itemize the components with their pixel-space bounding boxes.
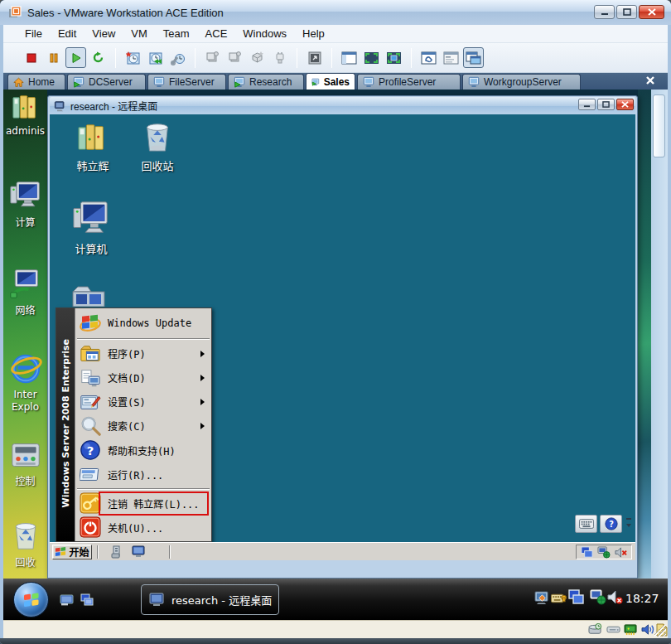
vm-tool-button-1[interactable]: [202, 47, 223, 68]
partial-folder-icon[interactable]: [70, 285, 108, 307]
switch-windows-icon[interactable]: [80, 593, 94, 607]
vm-tool-button-4[interactable]: [269, 47, 290, 68]
snapshot-manager-button[interactable]: [167, 47, 188, 68]
start-orb[interactable]: [13, 582, 49, 617]
menu-edit[interactable]: Edit: [58, 27, 76, 40]
guest-icon-user-folder[interactable]: 韩立辉: [61, 121, 124, 173]
tab-close-icon[interactable]: [644, 75, 656, 86]
keyboard-button[interactable]: [575, 515, 597, 533]
window-bottom-frame: [0, 638, 671, 644]
start-menu-separator: [77, 488, 210, 490]
tab-dcserver[interactable]: DCServer: [67, 74, 146, 90]
remote-desktop-icon: [54, 100, 66, 112]
window-titlebar[interactable]: Sales - VMware Workstation ACE Edition: [0, 0, 671, 25]
tab-workgroupserver[interactable]: WorkgroupServer: [462, 74, 581, 90]
start-menu-item-windows-update[interactable]: Windows Update: [75, 310, 211, 337]
rdp-tray-icon[interactable]: [581, 546, 593, 559]
guest-start-button[interactable]: 开始: [52, 545, 92, 559]
language-bar-options-icon[interactable]: [625, 516, 633, 532]
keyboard-lock-tray-icon[interactable]: [551, 593, 567, 604]
desktop-icon-network[interactable]: 网络: [3, 267, 47, 317]
hard-disk-device-icon[interactable]: [588, 623, 602, 637]
language-help-button[interactable]: ?: [600, 515, 622, 533]
minimize-button[interactable]: [594, 5, 615, 19]
desktop-icon-internet-explorer[interactable]: Inter Explo: [3, 351, 47, 414]
taskbar-button-label: research - 远程桌面: [171, 592, 272, 608]
quicklaunch-server-icon[interactable]: [110, 545, 123, 559]
rdp-minimize-button[interactable]: [578, 99, 596, 110]
guest-icon-computer[interactable]: 计算机: [60, 199, 123, 256]
tab-profileserver[interactable]: ProfileServer: [357, 74, 461, 90]
tab-fileserver[interactable]: FileServer: [147, 74, 226, 90]
volume-muted-tray-icon[interactable]: [607, 589, 623, 605]
summary-panel-button[interactable]: [339, 47, 360, 68]
reset-button[interactable]: [88, 47, 109, 68]
rdp-maximize-button[interactable]: [597, 99, 615, 110]
taskbar-separator: [97, 545, 99, 559]
capture-window-button[interactable]: [304, 47, 325, 68]
rdp-close-button[interactable]: [616, 99, 634, 110]
cdrom-device-icon[interactable]: [606, 626, 620, 634]
guest-icon-recycle-bin[interactable]: 回收站: [126, 119, 189, 173]
desktop-icon-computer[interactable]: 计算: [3, 179, 47, 229]
summary-view-button[interactable]: [441, 47, 461, 68]
show-desktop-icon[interactable]: [60, 594, 74, 606]
fullscreen-button[interactable]: [361, 47, 382, 68]
menu-vm[interactable]: VM: [131, 27, 147, 40]
network-tray-icon[interactable]: [597, 546, 611, 559]
console-view-button[interactable]: [463, 47, 484, 68]
start-menu-item-run[interactable]: 运行(R)...: [75, 462, 211, 487]
start-menu-item-label: 关机(U)...: [108, 521, 163, 535]
manage-ace-button[interactable]: [418, 47, 439, 68]
network-adapter-device-icon[interactable]: [624, 623, 638, 636]
rdp-tray-icon[interactable]: [568, 589, 584, 605]
start-menu-item-search[interactable]: 搜索(C): [75, 414, 211, 438]
desktop-icon-administrator[interactable]: adminis: [3, 91, 47, 137]
rdp-titlebar[interactable]: research - 远程桌面: [50, 97, 635, 114]
menu-windows[interactable]: Windows: [243, 27, 287, 40]
volume-muted-tray-icon[interactable]: [615, 546, 627, 559]
desktop-icon-recycle-bin[interactable]: 回收: [3, 519, 47, 569]
menu-help[interactable]: Help: [302, 27, 325, 40]
desktop-icon-label: 控制: [15, 473, 35, 487]
sound-device-icon[interactable]: [641, 623, 655, 636]
start-menu: Windows Server 2008 Enterprise Windows U…: [56, 307, 212, 542]
tab-research[interactable]: Research: [228, 74, 304, 90]
start-menu-item-documents[interactable]: 文档(D): [75, 366, 211, 390]
menu-ace[interactable]: ACE: [205, 27, 228, 40]
start-menu-item-shutdown[interactable]: 关机(U)...: [75, 516, 211, 540]
suspend-button[interactable]: [43, 47, 64, 68]
vm-tool-button-3[interactable]: [247, 47, 268, 68]
quick-switch-button[interactable]: [384, 47, 404, 68]
close-button[interactable]: [639, 5, 664, 19]
svg-text:?: ?: [87, 443, 94, 458]
start-menu-item-programs[interactable]: 程序(P): [75, 341, 211, 366]
power-off-button[interactable]: [21, 47, 41, 68]
power-on-button[interactable]: [65, 47, 86, 68]
start-menu-item-settings[interactable]: 设置(S): [75, 390, 211, 414]
scrollbar-thumb[interactable]: [653, 94, 665, 157]
resize-grip[interactable]: [654, 625, 666, 637]
vm-tool-button-2[interactable]: [224, 47, 245, 68]
console-vertical-scrollbar[interactable]: [651, 90, 668, 579]
desktop-icon-control-panel[interactable]: 控制: [3, 441, 47, 487]
start-menu-sidebar: Windows Server 2008 Enterprise: [56, 308, 75, 541]
start-menu-item-logoff[interactable]: 注销 韩立辉(L)...: [75, 491, 211, 516]
maximize-button[interactable]: [616, 5, 637, 19]
taskbar-button-research[interactable]: research - 远程桌面: [141, 584, 279, 615]
quicklaunch-desktop-icon[interactable]: [132, 545, 146, 558]
menu-file[interactable]: File: [25, 27, 42, 40]
network-tray-icon[interactable]: [590, 589, 606, 605]
vmware-tools-tray-icon[interactable]: [534, 590, 550, 606]
start-menu-item-help[interactable]: ? 帮助和支持(H): [75, 438, 211, 462]
revert-snapshot-button[interactable]: [145, 47, 166, 68]
taskbar-clock[interactable]: 18:27: [625, 592, 659, 605]
menu-team[interactable]: Team: [163, 27, 190, 40]
guest-icon-label: 回收站: [141, 157, 173, 173]
tab-home[interactable]: Home: [7, 74, 65, 90]
tab-sales[interactable]: Sales: [306, 73, 355, 90]
tab-label: ProfileServer: [379, 76, 436, 88]
menu-view[interactable]: View: [92, 27, 115, 40]
take-snapshot-button[interactable]: [123, 47, 143, 68]
submenu-arrow-icon: [200, 375, 205, 381]
